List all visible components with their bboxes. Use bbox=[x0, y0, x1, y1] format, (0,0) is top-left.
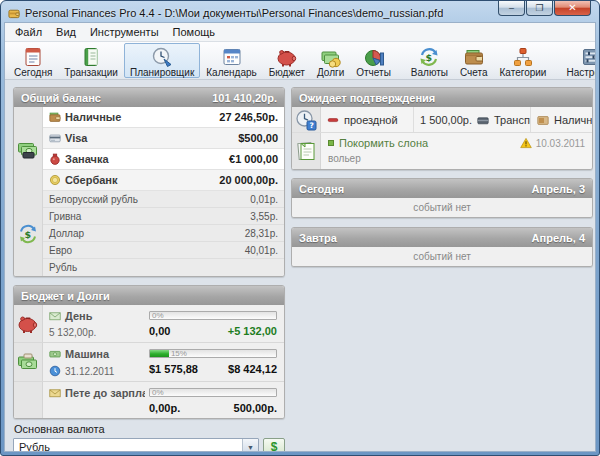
account-row[interactable]: Наличные 27 246,50р. bbox=[43, 107, 284, 128]
notes-icon bbox=[292, 133, 321, 169]
pending-transaction-account: Наличные bbox=[554, 114, 592, 126]
budget-row[interactable]: Машина 31.12.2011 15% $1 575,88 $8 424,1… bbox=[14, 343, 284, 382]
money-bills-icon bbox=[14, 343, 43, 381]
toolbar-button-label: Бюджет bbox=[269, 67, 305, 78]
currency-name: Евро bbox=[49, 245, 72, 256]
budget-row[interactable]: День 5 132,00р. 0% 0,00 +5 132,00 bbox=[14, 305, 284, 343]
balance-panel-header: Общий баланс 101 410,20р. bbox=[14, 88, 284, 107]
progress-fill bbox=[150, 350, 169, 357]
toolbar-button-budget[interactable]: Бюджет bbox=[263, 43, 311, 78]
category-wallet-icon bbox=[477, 114, 489, 126]
stash-icon bbox=[49, 153, 61, 165]
progress-label: 0% bbox=[150, 389, 164, 397]
account-row[interactable]: Заначка €1 000,00 bbox=[43, 149, 284, 170]
debts-icon bbox=[320, 46, 342, 68]
clock-icon bbox=[49, 365, 61, 377]
toolbar-button-reports[interactable]: Отчеты bbox=[350, 43, 397, 78]
balance-panel-title: Общий баланс bbox=[21, 92, 101, 104]
task-status-icon bbox=[328, 140, 334, 146]
menu-view[interactable]: Вид bbox=[49, 24, 83, 40]
budget-spent: 0,00р. bbox=[149, 402, 180, 414]
progress-bar: 0% bbox=[149, 311, 277, 320]
maximize-button[interactable]: ❐ bbox=[526, 1, 553, 16]
account-cash-icon bbox=[537, 114, 549, 126]
toolbar-button-accounts[interactable]: Счета bbox=[454, 43, 494, 78]
currency-row[interactable]: Рубль bbox=[43, 259, 284, 276]
budget-panel-title: Бюджет и Долги bbox=[21, 290, 110, 302]
currency-rate: 0,01р. bbox=[250, 194, 278, 205]
budget-spent: $1 575,88 bbox=[149, 363, 198, 375]
budget-remaining: $8 424,12 bbox=[228, 363, 277, 375]
envelope-icon bbox=[49, 387, 61, 399]
account-value: 27 246,50р. bbox=[219, 111, 278, 123]
account-name: Наличные bbox=[65, 111, 121, 123]
account-name: Сбербанк bbox=[65, 174, 118, 186]
currency-name: Гривна bbox=[49, 211, 81, 222]
budget-panel: Бюджет и Долги День 5 132,00р. bbox=[13, 285, 285, 419]
account-row[interactable]: Сбербанк 20 000,00р. bbox=[43, 170, 284, 191]
pending-transaction-amount: 1 500,00р. bbox=[420, 114, 472, 126]
chevron-down-icon[interactable]: ▼ bbox=[242, 439, 258, 451]
toolbar-button-transactions[interactable]: Транзакции bbox=[58, 43, 124, 78]
titlebar[interactable]: Personal Finances Pro 4.4 - D:\Мои докум… bbox=[1, 1, 599, 22]
menu-help[interactable]: Помощь bbox=[166, 24, 223, 40]
progress-label: 0% bbox=[150, 312, 164, 320]
pending-task-row[interactable]: Покормить слона 10.03.2011 вольер bbox=[292, 133, 592, 169]
budget-remaining: +5 132,00 bbox=[228, 325, 277, 337]
menu-bar: Файл Вид Инструменты Помощь bbox=[5, 23, 595, 42]
transactions-icon bbox=[80, 46, 102, 68]
budget-row-icon-empty bbox=[14, 382, 43, 418]
menu-tools[interactable]: Инструменты bbox=[83, 24, 166, 40]
budget-item-name: Машина bbox=[65, 348, 109, 360]
toolbar: Сегодня Транзакции Планировщик Календарь… bbox=[5, 42, 595, 80]
toolbar-button-label: Отчеты bbox=[356, 67, 391, 78]
currency-row[interactable]: Евро 40,01р. bbox=[43, 242, 284, 259]
budget-spent: 0,00 bbox=[149, 325, 170, 337]
toolbar-button-label: Транзакции bbox=[64, 67, 118, 78]
bank-icon bbox=[49, 174, 61, 186]
tomorrow-panel-header: Завтра Апрель, 4 bbox=[292, 228, 592, 247]
pending-panel-title: Ожидает подтверждения bbox=[299, 92, 435, 104]
pending-task-name: Покормить слона bbox=[339, 137, 428, 149]
update-rates-button[interactable]: $ bbox=[263, 438, 285, 451]
today-panel-header: Сегодня Апрель, 3 bbox=[292, 179, 592, 198]
pending-transaction-row[interactable]: ? проездной 1 500,00р. Транспорт bbox=[292, 107, 592, 133]
currency-row[interactable]: Белорусский рубль 0,01р. bbox=[43, 191, 284, 208]
toolbar-button-label: Планировщик bbox=[130, 67, 194, 78]
pending-task-date: 10.03.2011 bbox=[536, 138, 585, 149]
credit-card-icon bbox=[49, 132, 61, 144]
account-row[interactable]: Visa $500,00 bbox=[43, 128, 284, 149]
toolbar-button-planner[interactable]: Планировщик bbox=[124, 43, 200, 78]
minimize-button[interactable]: – bbox=[498, 1, 525, 16]
progress-bar: 0% bbox=[149, 388, 277, 397]
client-area: Файл Вид Инструменты Помощь Сегодня Тран… bbox=[4, 22, 596, 452]
budget-row[interactable]: Пете до зарплаты 0% 0,00р. 500,00р. bbox=[14, 382, 284, 418]
toolbar-button-label: Сегодня bbox=[14, 67, 52, 78]
toolbar-button-debts[interactable]: Долги bbox=[311, 43, 350, 78]
today-panel-title: Сегодня bbox=[299, 183, 344, 195]
currency-exchange-icon: $ bbox=[17, 191, 39, 276]
toolbar-button-currencies[interactable]: $ Валюты bbox=[405, 43, 454, 78]
close-button[interactable]: ✕ bbox=[554, 1, 591, 16]
toolbar-button-label: Валюты bbox=[411, 67, 448, 78]
currency-row[interactable]: Доллар 28,31р. bbox=[43, 225, 284, 242]
warning-icon bbox=[520, 137, 532, 149]
currency-row[interactable]: Гривна 3,55р. bbox=[43, 208, 284, 225]
toolbar-button-today[interactable]: Сегодня bbox=[8, 43, 58, 78]
piggy-bank-icon bbox=[14, 305, 43, 342]
toolbar-button-calendar[interactable]: Календарь bbox=[200, 43, 262, 78]
money-icon bbox=[49, 348, 61, 360]
currency-rate: 40,01р. bbox=[245, 245, 278, 256]
toolbar-button-categories[interactable]: Категории bbox=[494, 43, 553, 78]
accounts-group-icon bbox=[17, 107, 39, 191]
menu-file[interactable]: Файл bbox=[8, 24, 49, 40]
base-currency-select[interactable]: Рубль ▼ bbox=[13, 438, 259, 451]
currency-name: Белорусский рубль bbox=[49, 194, 138, 205]
budget-item-name: День bbox=[65, 310, 93, 322]
tomorrow-panel-title: Завтра bbox=[299, 232, 337, 244]
toolbar-button-settings[interactable]: Настройки bbox=[560, 43, 596, 78]
progress-bar: 15% bbox=[149, 349, 277, 358]
cash-wallet-icon bbox=[49, 111, 61, 123]
account-value: €1 000,00 bbox=[229, 153, 278, 165]
settings-icon bbox=[580, 46, 596, 68]
